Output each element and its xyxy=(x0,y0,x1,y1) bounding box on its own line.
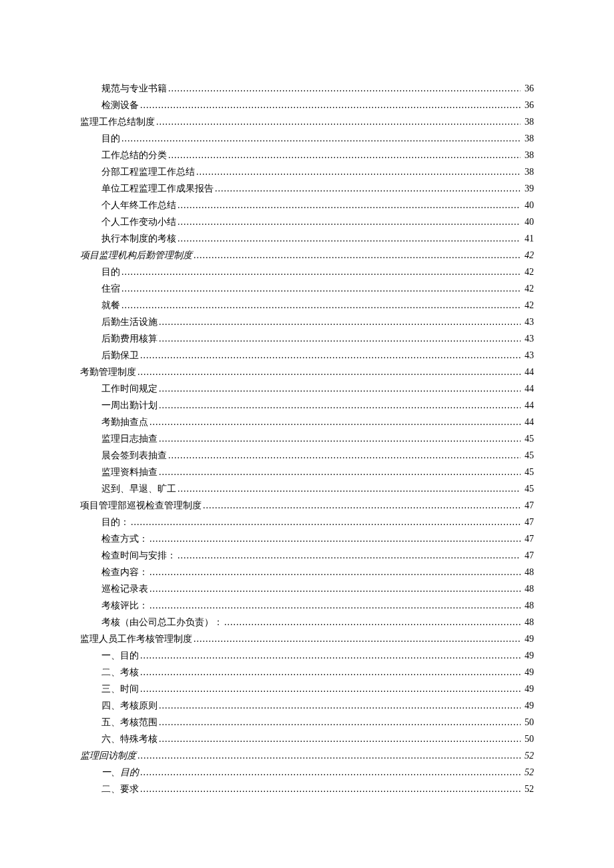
toc-entry-page: 43 xyxy=(521,314,534,330)
toc-entry-label: 二、要求 xyxy=(101,781,139,797)
toc-entry[interactable]: 一周出勤计划44 xyxy=(101,397,534,414)
toc-leader-dots xyxy=(139,764,521,781)
toc-entry-label: 项目监理机构后勤管理制度 xyxy=(80,247,192,264)
toc-entry[interactable]: 住宿42 xyxy=(101,280,534,297)
toc-entry[interactable]: 检测设备36 xyxy=(101,97,534,113)
toc-entry[interactable]: 监理工作总结制度38 xyxy=(80,113,534,130)
toc-entry-page: 40 xyxy=(521,213,534,230)
toc-leader-dots xyxy=(148,564,521,580)
toc-entry[interactable]: 六、特殊考核50 xyxy=(101,731,534,747)
toc-entry-label: 后勤保卫 xyxy=(101,347,139,364)
toc-entry[interactable]: 检查内容：48 xyxy=(101,564,534,580)
toc-entry[interactable]: 项目管理部巡视检查管理制度47 xyxy=(80,497,534,514)
toc-entry[interactable]: 四、考核原则49 xyxy=(101,697,534,714)
toc-entry[interactable]: 二、考核49 xyxy=(101,664,534,681)
toc-entry-page: 44 xyxy=(521,364,534,380)
toc-entry[interactable]: 目的38 xyxy=(101,130,534,147)
toc-entry[interactable]: 考勤管理制度44 xyxy=(80,364,534,380)
toc-entry-label: 分部工程监理工作总结 xyxy=(101,163,195,180)
toc-entry-label: 后勤生活设施 xyxy=(101,314,158,330)
toc-entry-page: 42 xyxy=(521,297,534,314)
toc-entry[interactable]: 目的42 xyxy=(101,264,534,280)
toc-entry-page: 38 xyxy=(521,113,534,130)
toc-entry[interactable]: 一、目的52 xyxy=(101,764,534,781)
toc-entry-page: 38 xyxy=(521,147,534,163)
toc-entry-page: 48 xyxy=(521,564,534,580)
toc-entry[interactable]: 巡检记录表48 xyxy=(101,580,534,597)
toc-entry-page: 42 xyxy=(521,280,534,297)
toc-leader-dots xyxy=(195,163,521,180)
toc-entry[interactable]: 分部工程监理工作总结38 xyxy=(101,163,534,180)
toc-entry[interactable]: 个人工作变动小结40 xyxy=(101,213,534,230)
toc-entry-page: 38 xyxy=(521,130,534,147)
toc-entry-page: 49 xyxy=(521,630,534,647)
toc-entry[interactable]: 二、要求52 xyxy=(101,781,534,797)
toc-entry-label: 巡检记录表 xyxy=(101,580,148,597)
toc-entry[interactable]: 监理资料抽查45 xyxy=(101,464,534,480)
toc-leader-dots xyxy=(139,681,521,697)
toc-entry-label: 晨会签到表抽查 xyxy=(101,447,167,464)
toc-entry-page: 40 xyxy=(521,197,534,213)
toc-entry-page: 39 xyxy=(521,180,534,197)
toc-entry[interactable]: 监理日志抽查45 xyxy=(101,430,534,447)
toc-entry-label: 目的 xyxy=(101,264,120,280)
toc-entry-page: 50 xyxy=(521,714,534,731)
toc-entry-label: 检查时间与安排： xyxy=(101,547,176,564)
toc-entry[interactable]: 晨会签到表抽查45 xyxy=(101,447,534,464)
toc-leader-dots xyxy=(120,130,521,147)
toc-entry[interactable]: 迟到、早退、旷工45 xyxy=(101,480,534,497)
toc-entry-label: 工作总结的分类 xyxy=(101,147,167,163)
toc-entry[interactable]: 就餐42 xyxy=(101,297,534,314)
toc-entry[interactable]: 单位工程监理工作成果报告39 xyxy=(101,180,534,197)
toc-entry-page: 43 xyxy=(521,330,534,347)
toc-entry-label: 监理资料抽查 xyxy=(101,464,158,480)
toc-entry[interactable]: 一、目的49 xyxy=(101,647,534,664)
toc-entry[interactable]: 考核评比：48 xyxy=(101,597,534,614)
toc-leader-dots xyxy=(158,464,521,480)
toc-entry[interactable]: 检查方式：47 xyxy=(101,530,534,547)
toc-entry[interactable]: 检查时间与安排：47 xyxy=(101,547,534,564)
toc-entry-label: 目的 xyxy=(101,130,120,147)
toc-leader-dots xyxy=(158,330,521,347)
toc-entry[interactable]: 监理人员工作考核管理制度49 xyxy=(80,630,534,647)
toc-entry[interactable]: 后勤费用核算43 xyxy=(101,330,534,347)
toc-entry[interactable]: 后勤生活设施43 xyxy=(101,314,534,330)
toc-entry[interactable]: 个人年终工作总结40 xyxy=(101,197,534,213)
toc-entry[interactable]: 后勤保卫43 xyxy=(101,347,534,364)
toc-leader-dots xyxy=(139,781,521,797)
toc-entry-page: 47 xyxy=(521,497,534,514)
toc-leader-dots xyxy=(139,347,521,364)
toc-leader-dots xyxy=(202,497,521,514)
toc-entry[interactable]: 工作时间规定44 xyxy=(101,380,534,397)
toc-entry[interactable]: 工作总结的分类38 xyxy=(101,147,534,163)
toc-leader-dots xyxy=(192,630,521,647)
toc-entry-label: 二、考核 xyxy=(101,664,139,681)
toc-leader-dots xyxy=(176,213,521,230)
toc-entry[interactable]: 监理回访制度52 xyxy=(80,747,534,764)
toc-leader-dots xyxy=(120,264,521,280)
toc-entry-page: 44 xyxy=(521,414,534,430)
toc-entry[interactable]: 规范与专业书籍36 xyxy=(101,80,534,97)
toc-entry-label: 监理日志抽查 xyxy=(101,430,158,447)
toc-entry-page: 45 xyxy=(521,480,534,497)
toc-entry-page: 49 xyxy=(521,647,534,664)
toc-entry-label: 一周出勤计划 xyxy=(101,397,158,414)
toc-entry[interactable]: 五、考核范围50 xyxy=(101,714,534,731)
toc-entry-page: 45 xyxy=(521,447,534,464)
toc-leader-dots xyxy=(167,147,521,163)
toc-entry-page: 43 xyxy=(521,347,534,364)
toc-leader-dots xyxy=(176,547,521,564)
toc-entry-label: 监理回访制度 xyxy=(80,747,136,764)
toc-entry[interactable]: 执行本制度的考核41 xyxy=(101,230,534,247)
toc-entry-label: 执行本制度的考核 xyxy=(101,230,176,247)
toc-entry[interactable]: 三、时间49 xyxy=(101,681,534,697)
toc-entry[interactable]: 目的：47 xyxy=(101,514,534,530)
toc-entry-label: 个人工作变动小结 xyxy=(101,213,176,230)
toc-entry[interactable]: 考勤抽查点44 xyxy=(101,414,534,430)
toc-entry-label: 三、时间 xyxy=(101,681,139,697)
toc-entry[interactable]: 项目监理机构后勤管理制度42 xyxy=(80,247,534,264)
toc-leader-dots xyxy=(214,180,521,197)
toc-leader-dots xyxy=(155,113,521,130)
toc-entry[interactable]: 考核（由公司总工办负责）：48 xyxy=(101,614,534,630)
toc-leader-dots xyxy=(176,197,521,213)
